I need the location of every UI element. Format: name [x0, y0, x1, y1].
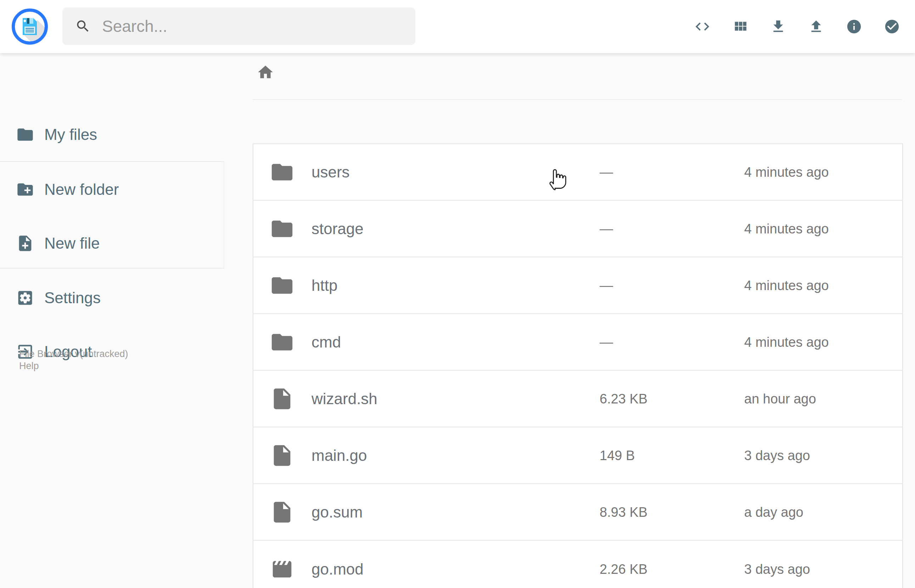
- grid-view-icon: [732, 18, 748, 35]
- header: [0, 0, 915, 53]
- file-name: users: [312, 163, 350, 181]
- folder-icon: [270, 216, 294, 241]
- download-icon: [770, 18, 786, 35]
- sidebar-divider: [0, 268, 224, 268]
- sidebar-item-label: New file: [44, 234, 100, 252]
- sidebar-item-label: New folder: [44, 181, 119, 199]
- shell-button[interactable]: [694, 18, 711, 35]
- file-size: —: [600, 164, 613, 179]
- search-input[interactable]: [102, 17, 405, 36]
- file-modified: a day ago: [744, 504, 803, 520]
- file-modified: 4 minutes ago: [744, 278, 829, 293]
- table-row[interactable]: go.sum8.93 KBa day ago: [253, 484, 902, 541]
- new-file-icon: [16, 234, 34, 252]
- sidebar-divider: [0, 161, 224, 162]
- file-modified: 3 days ago: [744, 448, 810, 463]
- file-modified: 3 days ago: [744, 562, 810, 577]
- file-modified: 4 minutes ago: [744, 334, 829, 350]
- file-name: wizard.sh: [312, 390, 377, 408]
- folder-icon: [270, 160, 294, 184]
- download-button[interactable]: [770, 18, 787, 35]
- breadcrumb-home-button[interactable]: [254, 61, 277, 84]
- file-modified: 4 minutes ago: [744, 221, 829, 236]
- upload-button[interactable]: [808, 18, 824, 35]
- file-name: main.go: [312, 447, 367, 464]
- table-row[interactable]: users—4 minutes ago: [253, 144, 902, 201]
- file-size: 2.26 KB: [600, 562, 647, 577]
- sidebar-footer: File Browser v(untracked) Help: [19, 348, 128, 372]
- info-icon: [846, 18, 862, 35]
- header-actions: [694, 0, 900, 53]
- table-row[interactable]: cmd—4 minutes ago: [253, 314, 902, 371]
- sidebar: My files New folder New file Settings Lo…: [0, 53, 224, 588]
- file-table: users—4 minutes agostorage—4 minutes ago…: [253, 144, 903, 588]
- upload-icon: [808, 18, 824, 35]
- file-size: 6.23 KB: [600, 391, 647, 406]
- sidebar-item-my-files[interactable]: My files: [0, 120, 224, 149]
- file-modified: an hour ago: [744, 391, 816, 406]
- filebrowser-logo: [11, 8, 48, 45]
- file-size: —: [600, 334, 613, 350]
- code-icon: [694, 18, 711, 35]
- search-bar[interactable]: [62, 7, 415, 45]
- settings-icon: [16, 289, 34, 307]
- table-row[interactable]: main.go149 B3 days ago: [253, 428, 902, 484]
- table-row[interactable]: storage—4 minutes ago: [253, 201, 902, 257]
- folder-icon: [16, 125, 34, 144]
- file-icon: [270, 386, 294, 411]
- info-button[interactable]: [845, 18, 863, 35]
- file-name: cmd: [312, 333, 341, 351]
- movie-icon: [270, 557, 294, 582]
- file-icon: [270, 443, 294, 468]
- file-size: —: [600, 278, 613, 293]
- file-icon: [270, 500, 294, 525]
- table-row[interactable]: http—4 minutes ago: [253, 257, 902, 314]
- select-multiple-button[interactable]: [883, 18, 900, 35]
- file-name: go.mod: [312, 561, 364, 578]
- search-icon: [75, 18, 91, 34]
- help-link[interactable]: Help: [19, 360, 39, 372]
- sidebar-item-new-folder[interactable]: New folder: [0, 175, 224, 204]
- app-version-text: File Browser v(untracked): [19, 348, 128, 360]
- sidebar-item-label: Settings: [44, 289, 101, 307]
- sidebar-item-settings[interactable]: Settings: [0, 284, 224, 312]
- sidebar-item-label: My files: [44, 126, 97, 144]
- folder-icon: [270, 330, 294, 355]
- file-size: 8.93 KB: [600, 504, 647, 520]
- breadcrumb-divider: [253, 99, 902, 100]
- file-name: http: [312, 277, 337, 294]
- sidebar-item-new-file[interactable]: New file: [0, 229, 224, 257]
- file-name: storage: [312, 220, 364, 237]
- file-name: go.sum: [312, 503, 362, 521]
- home-icon: [257, 63, 274, 81]
- file-size: 149 B: [600, 448, 635, 463]
- file-size: —: [600, 221, 613, 236]
- new-folder-icon: [16, 180, 34, 199]
- view-mode-button[interactable]: [732, 18, 749, 35]
- file-modified: 4 minutes ago: [744, 164, 829, 179]
- check-circle-icon: [884, 18, 900, 35]
- table-row[interactable]: go.mod2.26 KB3 days ago: [253, 541, 902, 588]
- floppy-disk-logo-icon: [11, 8, 48, 45]
- folder-icon: [270, 273, 294, 298]
- table-row[interactable]: wizard.sh6.23 KBan hour ago: [253, 371, 902, 428]
